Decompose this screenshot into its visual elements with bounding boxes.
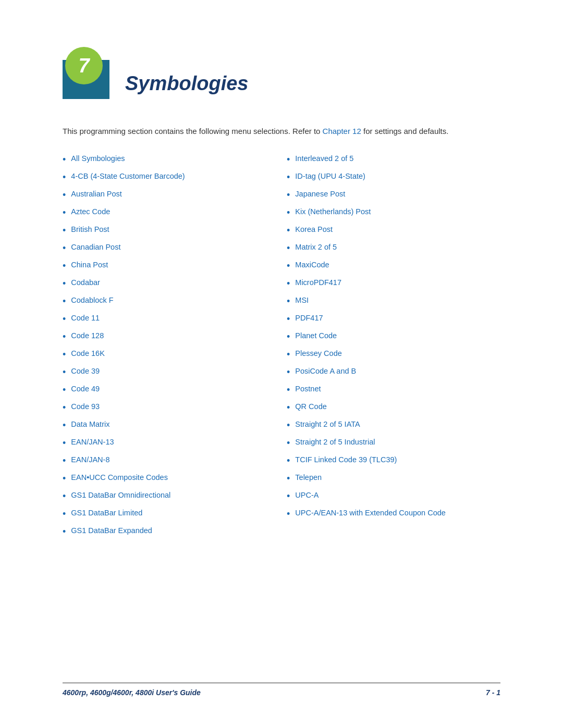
chapter-number: 7 <box>78 55 89 77</box>
bullet-icon: • <box>63 383 66 397</box>
intro-text-before-link: This programming section contains the fo… <box>63 127 323 135</box>
item-label[interactable]: EAN/JAN-13 <box>71 437 114 448</box>
item-label[interactable]: TCIF Linked Code 39 (TLC39) <box>295 454 397 466</box>
bullet-icon: • <box>63 294 66 309</box>
item-label[interactable]: GS1 DataBar Limited <box>71 508 142 519</box>
bullet-icon: • <box>63 436 66 450</box>
item-label[interactable]: Kix (Netherlands) Post <box>295 206 371 218</box>
item-label[interactable]: UPC-A <box>295 490 319 501</box>
bullet-icon: • <box>287 454 290 468</box>
bullet-icon: • <box>287 206 290 220</box>
bullet-icon: • <box>287 330 290 344</box>
bullet-icon: • <box>63 418 66 433</box>
bullet-icon: • <box>63 312 66 326</box>
item-label[interactable]: British Post <box>71 224 109 236</box>
list-item: •EAN/JAN-13 <box>63 437 276 450</box>
list-item: •GS1 DataBar Limited <box>63 508 276 521</box>
list-item: •GS1 DataBar Expanded <box>63 525 276 539</box>
bullet-icon: • <box>287 472 290 486</box>
item-label[interactable]: MSI <box>295 295 309 306</box>
list-item: •All Symbologies <box>63 153 276 167</box>
footer-page: 7 - 1 <box>486 688 500 697</box>
item-label[interactable]: Codabar <box>71 277 100 289</box>
item-label[interactable]: China Post <box>71 260 108 271</box>
bullet-icon: • <box>63 330 66 344</box>
item-label[interactable]: Data Matrix <box>71 419 109 430</box>
bullet-icon: • <box>63 525 66 539</box>
list-item: •Data Matrix <box>63 419 276 433</box>
bullet-icon: • <box>63 472 66 486</box>
chapter-header: 7 Symbologies <box>63 47 500 99</box>
item-label[interactable]: All Symbologies <box>71 153 125 165</box>
list-item: •Code 11 <box>63 313 276 326</box>
item-label[interactable]: Matrix 2 of 5 <box>295 242 337 253</box>
list-item: •Aztec Code <box>63 206 276 220</box>
item-label[interactable]: GS1 DataBar Expanded <box>71 525 152 537</box>
item-label[interactable]: Code 49 <box>71 384 100 395</box>
item-label[interactable]: PDF417 <box>295 313 323 324</box>
list-item: •Planet Code <box>287 330 500 344</box>
list-item: •MSI <box>287 295 500 309</box>
bullet-icon: • <box>287 401 290 415</box>
symbologies-list: •All Symbologies•4-CB (4-State Customer … <box>63 153 500 543</box>
item-label[interactable]: PosiCode A and B <box>295 366 356 377</box>
bullet-icon: • <box>287 312 290 326</box>
item-label[interactable]: Plessey Code <box>295 348 341 360</box>
item-label[interactable]: EAN/JAN-8 <box>71 454 109 466</box>
item-label[interactable]: 4-CB (4-State Customer Barcode) <box>71 171 185 182</box>
item-label[interactable]: Straight 2 of 5 IATA <box>295 419 360 430</box>
bullet-icon: • <box>287 365 290 379</box>
list-item: •Straight 2 of 5 IATA <box>287 419 500 433</box>
item-label[interactable]: Planet Code <box>295 330 337 342</box>
bullet-icon: • <box>287 294 290 309</box>
item-label[interactable]: Korea Post <box>295 224 333 236</box>
list-item: •EAN/JAN-8 <box>63 454 276 468</box>
chapter-title: Symbologies <box>125 72 249 99</box>
list-item: •PosiCode A and B <box>287 366 500 379</box>
list-item: •4-CB (4-State Customer Barcode) <box>63 171 276 184</box>
list-item: •UPC-A/EAN-13 with Extended Coupon Code <box>287 508 500 521</box>
item-label[interactable]: Canadian Post <box>71 242 120 253</box>
intro-paragraph: This programming section contains the fo… <box>63 125 500 138</box>
item-label[interactable]: Codablock F <box>71 295 113 306</box>
item-label[interactable]: MaxiCode <box>295 260 329 271</box>
item-label[interactable]: MicroPDF417 <box>295 277 341 289</box>
item-label[interactable]: Postnet <box>295 384 321 395</box>
chapter-link[interactable]: Chapter 12 <box>323 127 361 135</box>
list-item: •GS1 DataBar Omnidirectional <box>63 490 276 503</box>
intro-text-after-link: for settings and defaults. <box>361 127 449 135</box>
bullet-icon: • <box>287 170 290 184</box>
item-label[interactable]: ID-tag (UPU 4-State) <box>295 171 365 182</box>
bullet-icon: • <box>63 170 66 184</box>
item-label[interactable]: Telepen <box>295 472 322 484</box>
item-label[interactable]: EAN•UCC Composite Codes <box>71 472 168 484</box>
item-label[interactable]: Straight 2 of 5 Industrial <box>295 437 375 448</box>
bullet-icon: • <box>287 241 290 255</box>
right-column: •Interleaved 2 of 5•ID-tag (UPU 4-State)… <box>287 153 500 543</box>
item-label[interactable]: Code 93 <box>71 401 100 413</box>
item-label[interactable]: Code 39 <box>71 366 100 377</box>
bullet-icon: • <box>63 454 66 468</box>
bullet-icon: • <box>287 436 290 450</box>
list-item: •Code 49 <box>63 384 276 397</box>
item-label[interactable]: Code 16K <box>71 348 105 360</box>
item-label[interactable]: Interleaved 2 of 5 <box>295 153 353 165</box>
list-item: •Code 16K <box>63 348 276 362</box>
item-label[interactable]: GS1 DataBar Omnidirectional <box>71 490 170 501</box>
item-label[interactable]: UPC-A/EAN-13 with Extended Coupon Code <box>295 508 446 519</box>
list-item: •Postnet <box>287 384 500 397</box>
item-label[interactable]: Code 11 <box>71 313 100 324</box>
bullet-icon: • <box>287 259 290 273</box>
bullet-icon: • <box>63 206 66 220</box>
bullet-icon: • <box>287 348 290 362</box>
list-item: •British Post <box>63 224 276 238</box>
footer: 4600rp, 4600g/4600r, 4800i User's Guide … <box>63 683 500 697</box>
list-item: •Codabar <box>63 277 276 291</box>
item-label[interactable]: QR Code <box>295 401 326 413</box>
page: 7 Symbologies This programming section c… <box>0 0 563 728</box>
item-label[interactable]: Code 128 <box>71 330 104 342</box>
bullet-icon: • <box>63 241 66 255</box>
item-label[interactable]: Japanese Post <box>295 189 345 200</box>
item-label[interactable]: Aztec Code <box>71 206 110 218</box>
item-label[interactable]: Australian Post <box>71 189 122 200</box>
